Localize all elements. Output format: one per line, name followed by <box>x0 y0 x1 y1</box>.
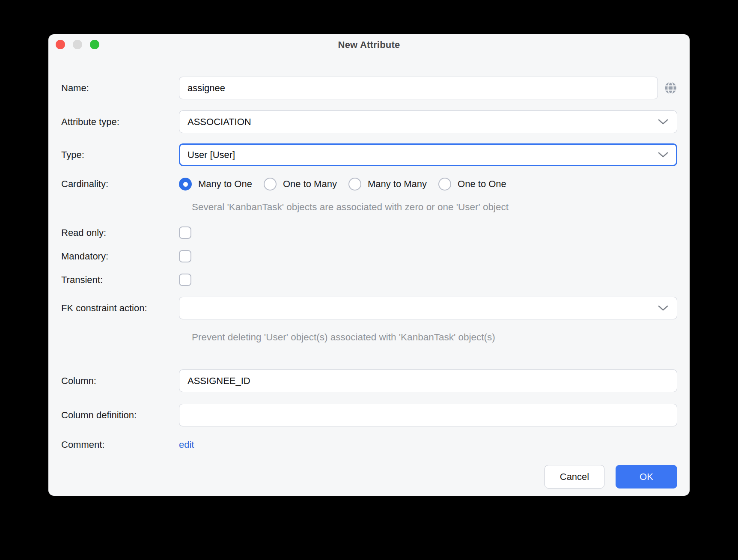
name-label: Name: <box>61 83 179 94</box>
radio-one-to-many[interactable]: One to Many <box>264 178 337 191</box>
radio-many-to-many[interactable]: Many to Many <box>348 178 427 191</box>
transient-label: Transient: <box>61 274 179 286</box>
radio-icon <box>179 178 192 191</box>
close-button[interactable] <box>56 40 65 49</box>
comment-edit-link[interactable]: edit <box>179 439 194 450</box>
column-definition-input[interactable] <box>179 404 677 426</box>
minimize-button[interactable] <box>73 40 82 49</box>
ok-button[interactable]: OK <box>616 465 677 489</box>
column-definition-label: Column definition: <box>61 410 179 421</box>
cardinality-label: Cardinality: <box>61 179 179 190</box>
type-select[interactable]: User [User] <box>179 143 677 166</box>
mandatory-checkbox[interactable] <box>179 250 191 262</box>
attribute-type-value: ASSOCIATION <box>187 116 251 128</box>
cardinality-radio-group: Many to One One to Many Many to Many One… <box>179 178 506 191</box>
chevron-down-icon <box>658 119 669 125</box>
title-bar: New Attribute <box>48 34 690 56</box>
radio-one-to-one[interactable]: One to One <box>438 178 506 191</box>
cardinality-hint: Several 'KanbanTask' objects are associa… <box>192 202 509 213</box>
type-value: User [User] <box>187 149 235 161</box>
read-only-checkbox[interactable] <box>179 226 191 239</box>
cancel-button[interactable]: Cancel <box>545 465 604 489</box>
mandatory-label: Mandatory: <box>61 251 179 262</box>
fk-constraint-hint: Prevent deleting 'User' object(s) associ… <box>192 332 495 343</box>
fk-constraint-select[interactable] <box>179 297 677 319</box>
chevron-down-icon <box>658 305 669 311</box>
new-attribute-dialog: New Attribute Name: Attribute type: ASSO… <box>48 34 690 496</box>
name-input[interactable] <box>179 77 658 99</box>
type-label: Type: <box>61 149 179 161</box>
transient-checkbox[interactable] <box>179 274 191 286</box>
read-only-label: Read only: <box>61 227 179 238</box>
globe-icon[interactable] <box>664 81 678 95</box>
column-input[interactable] <box>179 369 677 392</box>
column-label: Column: <box>61 375 179 387</box>
radio-many-to-one[interactable]: Many to One <box>179 178 252 191</box>
attribute-type-label: Attribute type: <box>61 116 179 128</box>
comment-label: Comment: <box>61 439 179 450</box>
radio-icon <box>348 178 361 191</box>
fk-constraint-label: FK constraint action: <box>61 303 179 314</box>
dialog-title: New Attribute <box>338 39 400 51</box>
radio-icon <box>438 178 451 191</box>
attribute-type-select[interactable]: ASSOCIATION <box>179 110 677 133</box>
chevron-down-icon <box>658 152 669 158</box>
radio-icon <box>264 178 277 191</box>
zoom-button[interactable] <box>90 40 99 49</box>
